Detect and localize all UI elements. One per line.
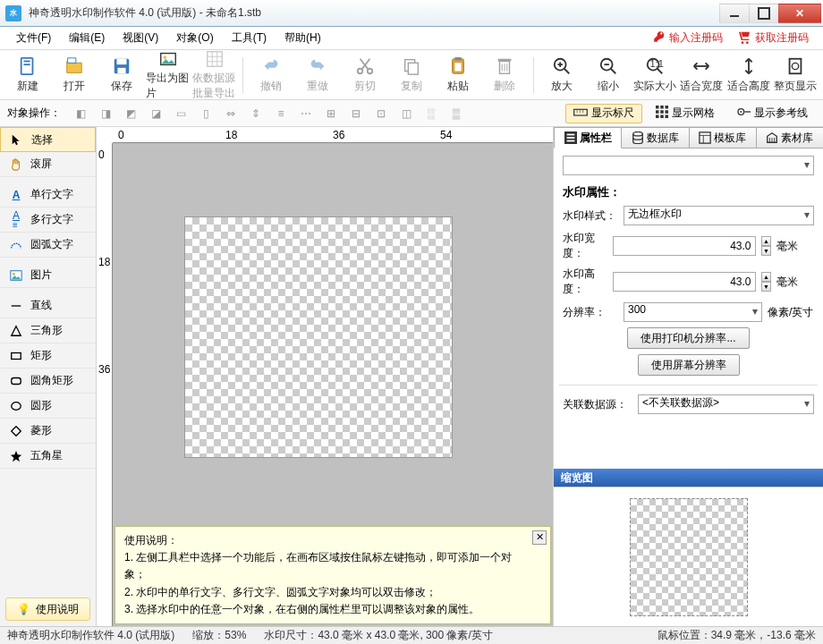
batch-icon bbox=[204, 49, 225, 69]
tool-image[interactable]: 图片 bbox=[0, 263, 96, 288]
app-icon: 水 bbox=[5, 5, 21, 21]
assets-icon bbox=[766, 131, 778, 144]
tool-textn[interactable]: A≡多行文字 bbox=[0, 208, 96, 233]
object-selector-combo[interactable] bbox=[563, 156, 814, 175]
toolbar-redo-button: 重做 bbox=[295, 53, 340, 97]
toolbar-fith-button[interactable]: 适合高度 bbox=[725, 53, 770, 97]
tab-database[interactable]: 数据库 bbox=[621, 127, 689, 148]
tool-arc[interactable]: 圆弧文字 bbox=[0, 233, 96, 258]
svg-line-17 bbox=[360, 59, 368, 70]
enter-reg-code[interactable]: 输入注册码 bbox=[646, 30, 730, 46]
get-reg-code[interactable]: 获取注册码 bbox=[730, 30, 816, 47]
toolbar-zoomin-button[interactable]: 放大 bbox=[539, 53, 584, 97]
height-spinner[interactable]: ▲▼ bbox=[761, 272, 772, 292]
copy-icon bbox=[401, 55, 422, 77]
guides-icon bbox=[736, 106, 751, 121]
toolbar-batch-button: 依数据源批量导出 bbox=[192, 53, 237, 97]
properties-panel: 水印属性： 水印样式： 无边框水印 水印宽度： ▲▼ 毫米 水印高度： ▲▼ 毫… bbox=[554, 148, 823, 469]
window-maximize-button[interactable] bbox=[749, 4, 779, 23]
open-icon bbox=[64, 55, 85, 77]
menu-1[interactable]: 编辑(E) bbox=[60, 28, 114, 48]
objop-12: ⊡ bbox=[370, 104, 392, 123]
toolbar-open-button[interactable]: 打开 bbox=[52, 53, 97, 97]
svg-point-8 bbox=[163, 55, 166, 59]
toolbar-fitw-button[interactable]: 适合宽度 bbox=[679, 53, 724, 97]
svg-rect-40 bbox=[789, 59, 801, 74]
tab-templates[interactable]: 模板库 bbox=[689, 127, 757, 148]
toolbar-cut-button: 剪切 bbox=[343, 53, 387, 97]
menu-3[interactable]: 对象(O) bbox=[167, 28, 222, 48]
canvas-surface[interactable]: ✕ 使用说明： 1. 左侧工具栏中选择一个功能后，在画布区域按住鼠标左键拖动，即… bbox=[113, 143, 553, 626]
height-input[interactable] bbox=[613, 272, 756, 292]
use-printer-dpi-button[interactable]: 使用打印机分辨率... bbox=[627, 327, 749, 349]
export-icon bbox=[157, 49, 179, 69]
redo-icon bbox=[307, 55, 328, 77]
svg-point-63 bbox=[12, 402, 21, 410]
help-button[interactable]: 💡 使用说明 bbox=[5, 597, 90, 621]
tool-tri[interactable]: 三角形 bbox=[0, 318, 96, 343]
cut-icon bbox=[354, 55, 376, 77]
image-icon bbox=[9, 268, 23, 283]
toggle-guides[interactable]: 显示参考线 bbox=[728, 104, 816, 123]
toggle-ruler[interactable]: 显示标尺 bbox=[565, 104, 642, 123]
tool-line[interactable]: 直线 bbox=[0, 293, 96, 318]
tool-select[interactable]: 选择 bbox=[0, 127, 96, 152]
window-minimize-button[interactable] bbox=[719, 4, 750, 23]
tool-palette: 选择滚屏A单行文字A≡多行文字圆弧文字图片直线三角形矩形圆角矩形圆形菱形五角星 … bbox=[0, 127, 97, 626]
svg-rect-46 bbox=[656, 106, 659, 109]
menu-4[interactable]: 工具(T) bbox=[223, 28, 276, 48]
svg-rect-66 bbox=[566, 137, 574, 139]
style-combo[interactable]: 无边框水印 bbox=[624, 206, 814, 225]
svg-rect-69 bbox=[700, 132, 710, 143]
database-icon bbox=[632, 131, 644, 144]
width-input[interactable] bbox=[613, 236, 756, 256]
toolbar-zoom100-button[interactable]: 1:1实际大小 bbox=[632, 53, 677, 97]
tip-close-button[interactable]: ✕ bbox=[532, 530, 547, 545]
window-close-button[interactable] bbox=[778, 4, 821, 23]
dpi-combo[interactable]: 300 bbox=[624, 302, 762, 322]
tool-star[interactable]: 五角星 bbox=[0, 444, 96, 469]
toolbar-paste-button[interactable]: 粘贴 bbox=[436, 53, 480, 97]
toolbar-fitpage-button[interactable]: 整页显示 bbox=[773, 53, 818, 97]
menu-5[interactable]: 帮助(H) bbox=[276, 28, 330, 48]
toggle-grid[interactable]: 显示网格 bbox=[648, 104, 723, 123]
key-icon bbox=[653, 30, 666, 46]
svg-rect-27 bbox=[498, 59, 512, 62]
grid-icon bbox=[656, 106, 668, 121]
preview-thumbnail bbox=[630, 498, 748, 616]
tri-icon bbox=[9, 324, 23, 338]
svg-rect-1 bbox=[24, 61, 30, 63]
width-spinner[interactable]: ▲▼ bbox=[761, 236, 772, 256]
tool-rrect[interactable]: 圆角矩形 bbox=[0, 369, 96, 394]
tab-assets[interactable]: 素材库 bbox=[756, 127, 823, 148]
svg-point-59 bbox=[13, 272, 15, 275]
objop-13: ◫ bbox=[395, 104, 417, 123]
toolbar-save-button[interactable]: 保存 bbox=[98, 53, 143, 97]
menu-2[interactable]: 视图(V) bbox=[114, 28, 167, 48]
toolbar-zoomout-button[interactable]: 缩小 bbox=[586, 53, 631, 97]
objop-15: ▒ bbox=[445, 104, 467, 123]
new-icon bbox=[17, 55, 38, 77]
tool-rect[interactable]: 矩形 bbox=[0, 343, 96, 369]
use-screen-dpi-button[interactable]: 使用屏幕分辨率 bbox=[638, 354, 740, 376]
tool-circle[interactable]: 圆形 bbox=[0, 394, 96, 419]
svg-rect-52 bbox=[656, 115, 659, 119]
window-title: 神奇透明水印制作软件 4.0 (试用版) - 未命名1.stb bbox=[25, 5, 720, 21]
tool-text1[interactable]: A单行文字 bbox=[0, 182, 96, 208]
titlebar: 水 神奇透明水印制作软件 4.0 (试用版) - 未命名1.stb bbox=[0, 0, 823, 27]
object-ops-label: 对象操作： bbox=[7, 106, 61, 121]
toolbar-new-button[interactable]: 新建 bbox=[5, 53, 50, 97]
textn-icon: A≡ bbox=[9, 213, 23, 227]
tip-line-2: 2. 水印中的单行文字、多行文字、圆弧文字对象均可以双击修改； bbox=[124, 584, 529, 601]
datasource-combo[interactable]: <不关联数据源> bbox=[638, 394, 814, 414]
status-size: 水印尺寸：43.0 毫米 x 43.0 毫米, 300 像素/英寸 bbox=[264, 628, 492, 643]
zoom100-icon: 1:1 bbox=[644, 55, 666, 77]
svg-rect-49 bbox=[656, 110, 659, 114]
tool-pan[interactable]: 滚屏 bbox=[0, 152, 96, 177]
canvas-area: 0183654 01836 ✕ 使用说明： 1. 左侧工具栏中选择一个功能后，在… bbox=[97, 127, 553, 626]
toolbar-export-button[interactable]: 导出为图片 bbox=[146, 53, 191, 97]
tool-diamond[interactable]: 菱形 bbox=[0, 419, 96, 444]
menu-0[interactable]: 文件(F) bbox=[7, 28, 60, 48]
canvas-document[interactable] bbox=[184, 216, 453, 458]
tab-properties[interactable]: 属性栏 bbox=[554, 127, 622, 148]
